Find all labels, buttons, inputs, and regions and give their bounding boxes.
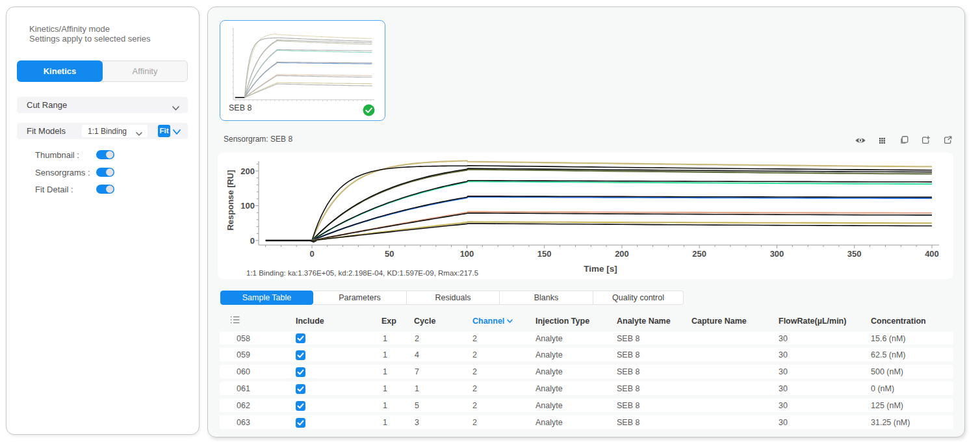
svg-text:50: 50 bbox=[385, 249, 394, 259]
svg-text:100: 100 bbox=[460, 249, 474, 259]
svg-text:250: 250 bbox=[692, 249, 706, 259]
svg-text:200: 200 bbox=[240, 166, 255, 176]
svg-text:0: 0 bbox=[309, 249, 314, 259]
svg-text:350: 350 bbox=[847, 249, 862, 259]
svg-text:200: 200 bbox=[615, 249, 629, 259]
svg-text:150: 150 bbox=[537, 249, 552, 259]
svg-text:0: 0 bbox=[250, 236, 255, 246]
svg-text:300: 300 bbox=[770, 249, 784, 259]
svg-text:Response [RU]: Response [RU] bbox=[226, 170, 235, 230]
svg-text:400: 400 bbox=[925, 249, 939, 259]
svg-text:Time [s]: Time [s] bbox=[584, 264, 617, 274]
svg-text:100: 100 bbox=[240, 201, 255, 211]
